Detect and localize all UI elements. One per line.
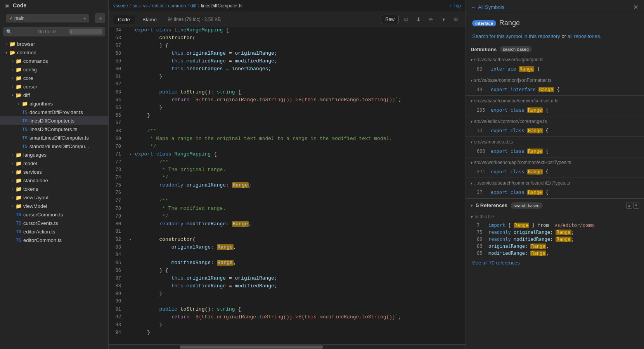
- sidebar-item-label: languages: [23, 152, 47, 158]
- add-button[interactable]: +: [95, 13, 105, 23]
- definition-header[interactable]: ▾ src/vs/base/browser/ui/grid/grid.ts: [466, 55, 644, 65]
- sidebar-item-standardLinesDiffCompu[interactable]: TS standardLinesDiffCompu...: [0, 142, 108, 150]
- collapse-icon[interactable]: ▾: [127, 152, 133, 157]
- collapse-icon[interactable]: ▾: [127, 237, 133, 242]
- ref-line[interactable]: 75 readonly originalRange: Range;: [466, 229, 644, 236]
- sidebar-item-languages[interactable]: › 📁 languages: [0, 150, 108, 159]
- line-content: }: [133, 112, 466, 118]
- definition-line[interactable]: 82 interface Range {: [466, 65, 644, 75]
- code-line: 86 ) {: [109, 268, 466, 275]
- definition-header[interactable]: ▾ .../services/search/common/searchExtTy…: [466, 178, 644, 188]
- ts-file-icon: TS: [16, 228, 22, 235]
- definition-line[interactable]: 271 export class Range {: [466, 168, 644, 178]
- sidebar-item-config[interactable]: › 📁 config: [0, 65, 108, 74]
- code-line: 93 }: [109, 322, 466, 330]
- code-line: 89 }: [109, 291, 466, 299]
- see-all-refs-link[interactable]: See all 70 references: [466, 257, 644, 269]
- sidebar-item-cursorCommon[interactable]: TS cursorCommon.ts: [0, 210, 108, 219]
- sidebar-item-label: viewModel: [23, 203, 47, 209]
- search-in-repo-link[interactable]: Search for this symbol in this repositor…: [472, 33, 560, 39]
- edit-button[interactable]: ✏: [426, 14, 436, 24]
- more-options-button[interactable]: ▾: [438, 14, 448, 24]
- ref-line[interactable]: 83 originalRange: Range,: [466, 243, 644, 250]
- ref-line-num: 7: [477, 223, 486, 228]
- refs-prev-button[interactable]: ▴: [626, 202, 632, 209]
- sidebar-item-services[interactable]: › 📁 services: [0, 168, 108, 176]
- sidebar-item-viewLayout[interactable]: › 📁 viewLayout: [0, 193, 108, 202]
- definition-header[interactable]: ▾ src/vs/editor/common/core/range.ts: [466, 116, 644, 126]
- close-panel-button[interactable]: ✕: [632, 3, 639, 11]
- folder-icon: 📁: [16, 194, 22, 200]
- ref-line[interactable]: 85 modifiedRange: Range,: [466, 250, 644, 257]
- sidebar-item-cursorEvents[interactable]: TS cursorEvents.ts: [0, 219, 108, 227]
- ref-line[interactable]: 7 import { Range } from 'vs/editor/comm: [466, 222, 644, 229]
- sidebar-item-algorithms[interactable]: › 📁 algorithms: [0, 99, 108, 108]
- tab-blame[interactable]: Blame: [138, 15, 161, 24]
- scrollbar-thumb[interactable]: [180, 346, 323, 349]
- settings-button[interactable]: ⚙: [451, 14, 461, 24]
- sidebar-item-cursor[interactable]: › 📁 cursor: [0, 82, 108, 91]
- sidebar-item-commands[interactable]: › 📁 commands: [0, 57, 108, 65]
- code-line: 79 */: [109, 213, 466, 221]
- ref-line[interactable]: 80 readonly modifiedRange: Range;: [466, 236, 644, 243]
- references-header[interactable]: ▾ 5 References search-based ▴ ▾: [466, 199, 644, 212]
- line-content: readonly originalRange: Range;: [133, 182, 466, 188]
- line-content: export class LineRangeMapping {: [133, 27, 466, 33]
- chevron-right-icon: ›: [9, 58, 16, 64]
- branch-selector[interactable]: ⑂ main ▾: [6, 14, 89, 22]
- refs-next-button[interactable]: ▾: [633, 202, 639, 209]
- all-repos-link[interactable]: all repositories.: [568, 33, 601, 39]
- sidebar-item-label: linesDiffComputers.ts: [29, 126, 77, 132]
- sidebar-item-editorAction[interactable]: TS editorAction.ts: [0, 227, 108, 236]
- definition-header[interactable]: ▾ src/vs/base/common/jsonFormatter.ts: [466, 75, 644, 85]
- line-number: 85: [109, 260, 127, 266]
- sidebar-item-documentDiffProvider[interactable]: TS documentDiffProvider.ts: [0, 108, 108, 116]
- definition-path: src/vs/editor/common/core/range.ts: [474, 119, 639, 124]
- sidebar-item-common[interactable]: ▾ 📂 common: [0, 48, 108, 57]
- definition-line[interactable]: 600 export class Range {: [466, 147, 644, 157]
- sidebar-item-browser[interactable]: › 📁 browser: [0, 40, 108, 48]
- definition-header[interactable]: ▾ src/vs/monaco.d.ts: [466, 137, 644, 147]
- sidebar-toggle-icon[interactable]: ▣: [5, 2, 10, 9]
- line-number: 76: [109, 190, 127, 195]
- sidebar-item-standalone[interactable]: › 📁 standalone: [0, 176, 108, 185]
- sidebar-item-smartLinesDiffComputer[interactable]: TS smartLinesDiffComputer.ts: [0, 133, 108, 142]
- definitions-section: Definitions search-based ▾ src/vs/base/b…: [466, 44, 644, 199]
- sidebar-item-linesDiffComputer[interactable]: TS linesDiffComputer.ts: [0, 116, 108, 125]
- sidebar-item-editorCommon[interactable]: TS editorCommon.ts: [0, 236, 108, 244]
- breadcrumb-vs[interactable]: vs: [143, 3, 148, 9]
- tab-code[interactable]: Code: [113, 15, 135, 24]
- top-button[interactable]: ↑ Top: [450, 3, 461, 9]
- definition-line[interactable]: 44 export interface Range {: [466, 85, 644, 95]
- definition-line[interactable]: 27 export class Range {: [466, 188, 644, 198]
- sidebar-item-tokens[interactable]: › 📁 tokens: [0, 185, 108, 193]
- breadcrumb-diff[interactable]: diff: [190, 3, 197, 9]
- panel-header: ← All Symbols ✕: [466, 0, 644, 14]
- sidebar-item-model[interactable]: › 📁 model: [0, 159, 108, 168]
- definition-header[interactable]: ▾ src/vs/base/common/semver/semver.d.ts: [466, 96, 644, 106]
- sidebar-item-label: viewLayout: [23, 195, 48, 200]
- raw-button[interactable]: Raw: [381, 15, 399, 24]
- back-to-symbols-button[interactable]: ← All Symbols: [471, 4, 504, 10]
- sidebar-item-viewModel[interactable]: › 📁 viewModel: [0, 202, 108, 210]
- in-file-header[interactable]: ▾ In this file: [466, 212, 644, 222]
- definition-header[interactable]: ▾ src/vs/workbench/api/common/extHostTyp…: [466, 157, 644, 168]
- breadcrumb-sep: /: [165, 3, 166, 9]
- horizontal-scrollbar[interactable]: [109, 344, 466, 349]
- sidebar-item-diff[interactable]: ▾ 📂 diff: [0, 91, 108, 99]
- definition-line[interactable]: 33 export class Range {: [466, 126, 644, 136]
- copy-button[interactable]: ⧉: [401, 14, 411, 24]
- breadcrumb-file: linesDiffComputer.ts: [201, 3, 242, 9]
- breadcrumb-common[interactable]: common: [168, 3, 186, 9]
- line-number: 53: [109, 35, 127, 41]
- definition-line[interactable]: 295 export class Range {: [466, 106, 644, 116]
- sidebar-item-label: smartLinesDiffComputer.ts: [29, 135, 89, 141]
- sidebar-item-linesDiffComputers[interactable]: TS linesDiffComputers.ts: [0, 125, 108, 133]
- breadcrumb-src[interactable]: src: [132, 3, 138, 9]
- sidebar-item-label: standardLinesDiffCompu...: [29, 143, 89, 149]
- download-button[interactable]: ⬇: [414, 14, 424, 24]
- go-to-file-button[interactable]: 🔍 Go to file t: [3, 27, 105, 36]
- sidebar-item-core[interactable]: › 📁 core: [0, 74, 108, 82]
- breadcrumb-editor[interactable]: editor: [152, 3, 164, 9]
- breadcrumb-vscode[interactable]: vscode: [113, 3, 128, 9]
